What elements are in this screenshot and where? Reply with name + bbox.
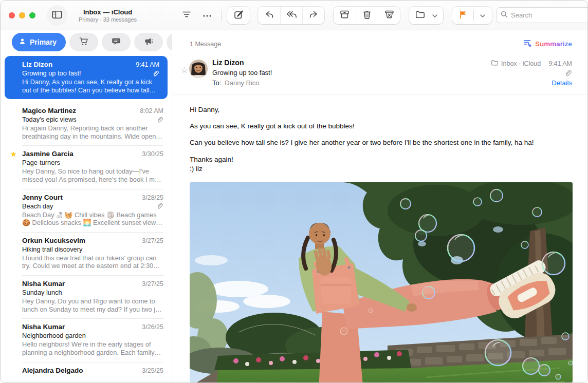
- move-to-folder-pill: [409, 7, 443, 24]
- search-icon: [501, 11, 508, 20]
- flag-icon: [459, 10, 467, 21]
- recipient-name: Danny Rico: [225, 79, 259, 87]
- archive-icon: [340, 10, 350, 21]
- filter-more-button[interactable]: [167, 33, 172, 51]
- message-subject: Sunday lunch: [22, 289, 62, 296]
- forward-button[interactable]: [302, 7, 324, 24]
- message-subject: Hiking trail discovery: [22, 245, 82, 253]
- close-window-button[interactable]: [9, 12, 15, 18]
- move-to-folder-button[interactable]: [412, 7, 428, 24]
- reply-icon: [265, 10, 274, 21]
- flag-menu-chevron[interactable]: [476, 7, 489, 24]
- window-subtitle: Primary · 33 messages: [79, 16, 137, 23]
- body-paragraph: As you can see, K really got a kick out …: [190, 122, 572, 131]
- message-list: ★ Liz Dizon 9:41 AM Growing up too fast!…: [1, 54, 172, 382]
- message-list-item[interactable]: ★ Alejandra Delgado 3/25/25: [1, 362, 172, 381]
- more-button[interactable]: [199, 8, 215, 23]
- forward-icon: [309, 10, 318, 21]
- filter-button[interactable]: [178, 8, 195, 23]
- paperclip-icon: [156, 202, 163, 209]
- message-header: ☆ Liz Dizon Growing up too fast! T: [172, 52, 587, 94]
- sender-avatar[interactable]: [189, 60, 208, 78]
- summarize-button[interactable]: Summarize: [523, 39, 572, 49]
- message-list-item[interactable]: ★ Magico Martinez 8:02 AM Today's epic v…: [1, 102, 172, 145]
- message-preview: Beach Day 🏖 🧺 Chill vibes 🏐 Beach games …: [22, 211, 163, 227]
- window-controls: [9, 12, 35, 18]
- message-count-label: 1 Message: [190, 41, 221, 48]
- main-content: Primary: [1, 30, 587, 382]
- category-filter-row: Primary: [1, 30, 172, 54]
- body-paragraph: Hi Danny,: [190, 105, 572, 114]
- message-date: 3/27/25: [142, 237, 163, 244]
- archive-button[interactable]: [334, 7, 356, 24]
- message-list-item[interactable]: ★ Nisha Kumar 3/27/25 Sunday lunch Hey D…: [1, 275, 172, 318]
- message-date: 3/26/25: [142, 323, 163, 331]
- chevron-down-icon: [480, 11, 485, 19]
- message-date: 3/28/25: [142, 194, 163, 201]
- sender-name: Liz Dizon: [22, 61, 52, 68]
- star-icon[interactable]: ★: [10, 150, 17, 158]
- filter-primary-label: Primary: [30, 38, 57, 46]
- star-outline-icon[interactable]: ☆: [180, 65, 188, 75]
- filter-updates-button[interactable]: [102, 33, 131, 51]
- message-subject: Today's epic views: [22, 116, 77, 123]
- folder-icon: [491, 60, 499, 67]
- compose-button[interactable]: [227, 7, 250, 24]
- chat-bubble-icon: [112, 37, 121, 47]
- reply-pill-group: [258, 7, 324, 24]
- message-list-item[interactable]: ★ Nisha Kumar 3/26/25 Neighborhood garde…: [1, 318, 172, 361]
- zoom-window-button[interactable]: [29, 12, 35, 18]
- message-date: 3/30/25: [142, 150, 163, 158]
- message-list-item[interactable]: ★ Jenny Court 3/28/25 Beach day Beach Da…: [1, 189, 172, 232]
- megaphone-icon: [144, 37, 153, 47]
- flag-pill-separator: [473, 10, 474, 21]
- sidebar-toggle-button[interactable]: [47, 5, 67, 26]
- message-date: 3/25/25: [142, 367, 163, 374]
- sender-name: Alejandra Delgado: [22, 367, 83, 374]
- message-preview: Hi again Danny, Reporting back on anothe…: [22, 124, 163, 140]
- mailbox-label: Inbox - iCloud: [501, 60, 541, 67]
- message-list-item[interactable]: ★ Liz Dizon 9:41 AM Growing up too fast!…: [5, 56, 168, 99]
- search-input[interactable]: [511, 11, 588, 19]
- titlebar: Inbox — iCloud Primary · 33 messages: [1, 1, 587, 30]
- body-paragraph: Can you believe how tall she is? I give …: [190, 138, 572, 147]
- message-preview: I found this new trail that our hikers' …: [22, 254, 163, 270]
- compose-pill: [227, 7, 250, 24]
- message-date: 8:02 AM: [140, 107, 163, 114]
- filter-lines-icon: [182, 10, 191, 20]
- message-subject: Page-turners: [22, 159, 60, 166]
- message-subject: Growing up too fast!: [22, 69, 81, 77]
- folder-menu-chevron[interactable]: [429, 7, 440, 24]
- window-title: Inbox — iCloud: [79, 8, 137, 16]
- junk-button[interactable]: [378, 7, 400, 24]
- titlebar-left: Inbox — iCloud Primary · 33 messages: [1, 1, 172, 30]
- reply-all-icon: [286, 10, 297, 21]
- body-paragraph: Thanks again! :) liz: [190, 155, 572, 174]
- attachment-photo[interactable]: [190, 182, 573, 382]
- filter-primary-button[interactable]: Primary: [12, 33, 66, 51]
- chevron-down-icon: [432, 11, 437, 19]
- trash-button[interactable]: [356, 7, 378, 24]
- toolbar: [172, 1, 588, 30]
- message-date: 3/27/25: [142, 280, 163, 288]
- sender-name: Nisha Kumar: [22, 280, 65, 288]
- reply-all-button[interactable]: [280, 7, 302, 24]
- minimize-window-button[interactable]: [19, 12, 25, 18]
- flag-pill: [452, 7, 492, 24]
- message-preview: Hi Danny, As you can see, K really got a…: [22, 78, 159, 94]
- message-body: Hi Danny,As you can see, K really got a …: [172, 94, 587, 181]
- message-list-item[interactable]: ★ Orkun Kucuksevim 3/27/25 Hiking trail …: [1, 232, 172, 275]
- message-time: 9:41 AM: [548, 60, 572, 67]
- flag-button[interactable]: [455, 7, 471, 24]
- details-link[interactable]: Details: [552, 79, 572, 87]
- mailbox-chip: Inbox - iCloud: [491, 60, 541, 67]
- message-list-pane: Primary: [1, 30, 172, 382]
- junk-icon: [384, 10, 394, 21]
- message-subject: Neighborhood garden: [22, 332, 86, 339]
- filter-transactions-button[interactable]: [69, 33, 98, 51]
- toolbar-separator: [221, 10, 222, 21]
- search-field[interactable]: [496, 7, 588, 23]
- reply-button[interactable]: [258, 7, 280, 24]
- filter-promotions-button[interactable]: [134, 33, 163, 51]
- message-list-item[interactable]: ★ Jasmine Garcia 3/30/25 Page-turners He…: [1, 145, 172, 188]
